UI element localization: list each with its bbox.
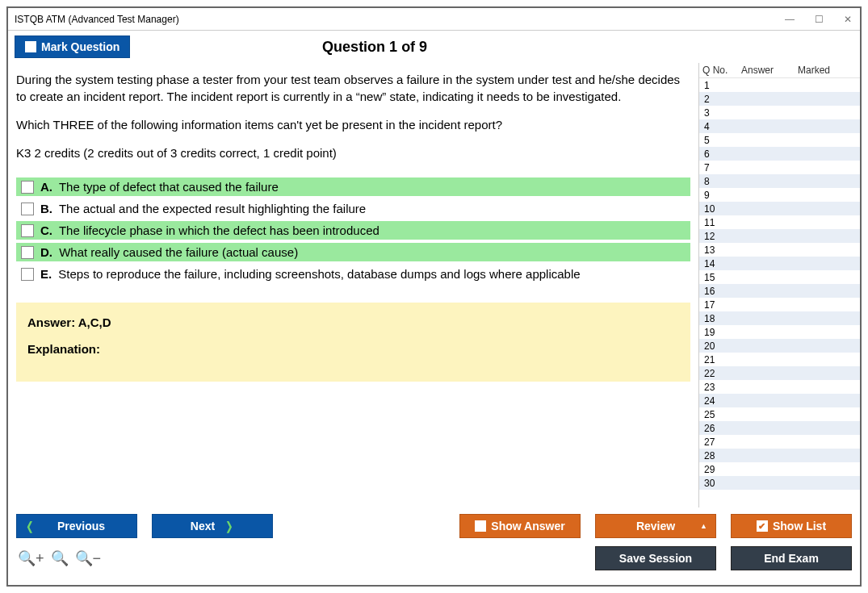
sidebar-row[interactable]: 16: [699, 284, 860, 298]
sidebar-row[interactable]: 15: [699, 270, 860, 284]
sidebar-row[interactable]: 22: [699, 366, 860, 380]
previous-button[interactable]: ❬ Previous: [16, 514, 137, 538]
option-text: D. What really caused the failure (actua…: [40, 245, 298, 259]
question-p3: K3 2 credits (2 credits out of 3 credits…: [16, 144, 690, 161]
titlebar: ISTQB ATM (Advanced Test Manager) — ☐ ✕: [8, 8, 860, 31]
row-number: 6: [704, 148, 738, 160]
sidebar-row[interactable]: 9: [699, 188, 860, 202]
option-checkbox[interactable]: [21, 181, 34, 194]
row-number: 23: [704, 382, 738, 393]
footer: ❬ Previous Next ❭ Show Answer Review ▲ ✔…: [8, 507, 860, 585]
row-number: 17: [704, 299, 738, 311]
review-label: Review: [636, 520, 675, 532]
zoom-controls: 🔍+ 🔍 🔍−: [16, 549, 101, 567]
answer-line: Answer: A,C,D: [27, 315, 679, 329]
sidebar-row[interactable]: 3: [699, 106, 860, 119]
chevron-left-icon: ❬: [25, 520, 35, 532]
option-e[interactable]: E. Steps to reproduce the failure, inclu…: [16, 265, 690, 283]
question-counter: Question 1 of 9: [138, 39, 853, 56]
checkbox-icon: [25, 41, 36, 52]
save-session-button[interactable]: Save Session: [595, 546, 716, 570]
sidebar-row[interactable]: 26: [699, 421, 860, 435]
sidebar-row[interactable]: 20: [699, 339, 860, 353]
next-button[interactable]: Next ❭: [152, 514, 273, 538]
sidebar-row[interactable]: 30: [699, 476, 860, 490]
sidebar-row[interactable]: 17: [699, 298, 860, 311]
row-number: 20: [704, 340, 738, 352]
option-c[interactable]: C. The lifecycle phase in which the defe…: [16, 221, 690, 240]
end-exam-button[interactable]: End Exam: [731, 546, 852, 570]
sidebar-row[interactable]: 11: [699, 215, 860, 229]
sidebar-row[interactable]: 2: [699, 92, 860, 106]
sidebar-row[interactable]: 29: [699, 462, 860, 476]
mark-question-button[interactable]: Mark Question: [15, 35, 130, 58]
option-b[interactable]: B. The actual and the expected result hi…: [16, 199, 690, 218]
mark-question-label: Mark Question: [41, 40, 120, 53]
row-number: 4: [704, 121, 738, 132]
option-checkbox[interactable]: [21, 268, 34, 281]
row-number: 29: [704, 464, 738, 475]
sidebar-row[interactable]: 8: [699, 174, 860, 188]
option-checkbox[interactable]: [21, 203, 34, 215]
sidebar-row[interactable]: 6: [699, 147, 860, 161]
row-number: 11: [704, 217, 738, 228]
row-number: 8: [704, 176, 738, 187]
row-number: 1: [704, 80, 738, 91]
sidebar-row[interactable]: 23: [699, 380, 860, 394]
show-answer-button[interactable]: Show Answer: [459, 514, 581, 538]
row-number: 2: [704, 94, 738, 105]
window-controls: — ☐ ✕: [784, 14, 853, 25]
sidebar-row[interactable]: 21: [699, 353, 860, 366]
option-a[interactable]: A. The type of defect that caused the fa…: [16, 177, 690, 196]
sidebar-row[interactable]: 14: [699, 257, 860, 270]
sidebar-row[interactable]: 27: [699, 435, 860, 449]
row-number: 19: [704, 327, 738, 338]
option-d[interactable]: D. What really caused the failure (actua…: [16, 243, 690, 261]
row-number: 21: [704, 354, 738, 365]
sidebar-row[interactable]: 5: [699, 133, 860, 147]
sidebar-row[interactable]: 1: [699, 78, 860, 92]
row-number: 12: [704, 231, 738, 242]
zoom-in-icon[interactable]: 🔍: [51, 549, 69, 567]
sidebar-rows[interactable]: 1234567891011121314151617181920212223242…: [699, 78, 860, 507]
question-text: During the system testing phase a tester…: [16, 71, 690, 161]
show-list-button[interactable]: ✔ Show List: [731, 514, 852, 538]
minimize-icon[interactable]: —: [784, 14, 795, 25]
sidebar-row[interactable]: 24: [699, 394, 860, 407]
question-p1: During the system testing phase a tester…: [16, 71, 690, 105]
row-number: 3: [704, 107, 738, 119]
review-button[interactable]: Review ▲: [595, 514, 716, 538]
option-text: C. The lifecycle phase in which the defe…: [40, 223, 379, 237]
row-number: 24: [704, 395, 738, 407]
sidebar-row[interactable]: 13: [699, 243, 860, 257]
previous-label: Previous: [57, 520, 105, 532]
content-area: During the system testing phase a tester…: [8, 63, 860, 507]
row-number: 14: [704, 258, 738, 269]
sidebar-row[interactable]: 25: [699, 407, 860, 421]
row-number: 15: [704, 272, 738, 283]
row-number: 28: [704, 450, 738, 461]
col-answer: Answer: [741, 65, 790, 76]
zoom-out-icon[interactable]: 🔍−: [75, 549, 102, 567]
maximize-icon[interactable]: ☐: [813, 14, 824, 25]
save-session-label: Save Session: [619, 552, 692, 565]
checkbox-checked-icon: ✔: [757, 520, 768, 532]
sidebar-row[interactable]: 28: [699, 449, 860, 462]
option-checkbox[interactable]: [21, 246, 34, 259]
sidebar-row[interactable]: 4: [699, 119, 860, 133]
question-pane: During the system testing phase a tester…: [8, 63, 698, 507]
zoom-reset-icon[interactable]: 🔍+: [18, 549, 44, 567]
sidebar-row[interactable]: 18: [699, 311, 860, 325]
chevron-right-icon: ❭: [224, 520, 234, 532]
row-number: 9: [704, 190, 738, 201]
option-checkbox[interactable]: [21, 224, 34, 237]
show-list-label: Show List: [773, 520, 826, 532]
option-text: A. The type of defect that caused the fa…: [40, 180, 279, 194]
sidebar-row[interactable]: 19: [699, 325, 860, 339]
caret-up-icon: ▲: [700, 522, 707, 530]
sidebar-row[interactable]: 12: [699, 229, 860, 243]
top-bar: Mark Question Question 1 of 9: [8, 31, 860, 63]
sidebar-row[interactable]: 10: [699, 202, 860, 215]
close-icon[interactable]: ✕: [842, 14, 853, 25]
sidebar-row[interactable]: 7: [699, 161, 860, 174]
